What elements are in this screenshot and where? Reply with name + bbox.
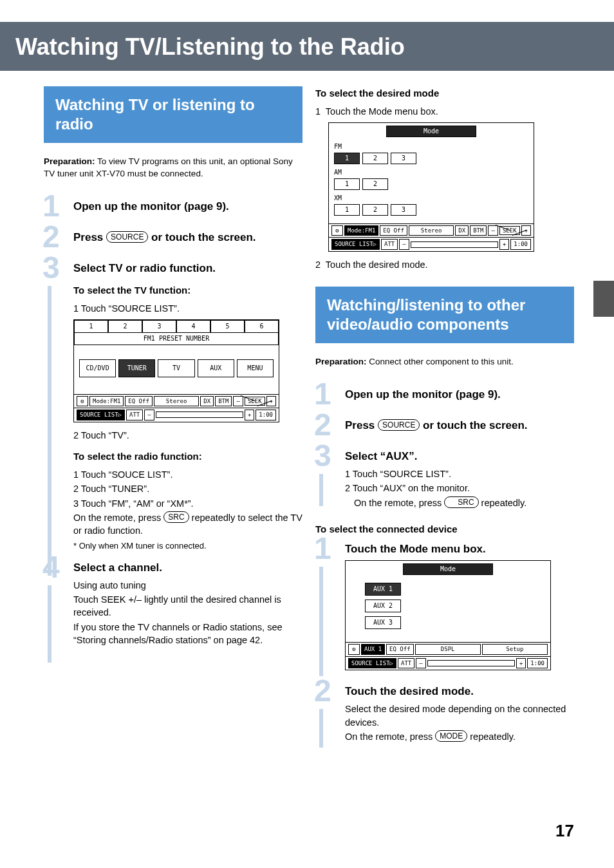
radio-footnote: * Only when XM tuner is connected. xyxy=(73,540,302,552)
att-button[interactable]: ATT xyxy=(126,410,143,420)
aux-step-2: 2 Touch “AUX” on the monitor. xyxy=(345,482,574,495)
clock-2: 1:00 xyxy=(510,239,531,250)
btm-box[interactable]: BTM xyxy=(215,396,232,407)
clock-3: 1:00 xyxy=(527,658,548,669)
att-button-3[interactable]: ATT xyxy=(398,658,414,669)
volume-bar-3[interactable] xyxy=(427,660,515,666)
aux-mode-box[interactable]: AUX 1 xyxy=(361,644,385,655)
xm-label: XM xyxy=(334,194,528,203)
section-title-right: Watching/listening to other video/audio … xyxy=(315,287,574,343)
source-key: SOURCE xyxy=(106,231,148,243)
seek-minus-2[interactable]: – xyxy=(488,225,498,236)
aux-remote-b: repeatedly. xyxy=(479,498,527,508)
mode-menu-screenshot: Mode FM 1 2 3 AM 1 2 xyxy=(328,122,534,252)
volume-bar-2[interactable] xyxy=(411,241,498,248)
am-1[interactable]: 1 xyxy=(334,178,360,190)
preparation-text-r: Connect other component to this unit. xyxy=(367,357,514,366)
fm-3[interactable]: 3 xyxy=(391,153,416,164)
source-tuner[interactable]: TUNER xyxy=(118,359,155,377)
auto-tuning-body: Touch SEEK +/– lightly until the desired… xyxy=(73,593,302,619)
fm-band: FM 1 2 3 xyxy=(334,142,528,164)
step-2-text-b: or touch the screen. xyxy=(148,231,256,243)
side-tab xyxy=(593,281,614,317)
vol-minus-3[interactable]: – xyxy=(416,658,425,669)
step-3-title: Select TV or radio function. xyxy=(73,261,302,276)
source-cddvd[interactable]: CD/DVD xyxy=(79,359,116,377)
fm-2[interactable]: 2 xyxy=(362,153,388,164)
c-step-number-2 xyxy=(315,683,339,709)
preset-4[interactable]: 4 xyxy=(176,320,210,333)
src-key: SRC xyxy=(163,511,189,523)
gear-icon-2[interactable]: ⚙ xyxy=(331,225,343,236)
setup-box[interactable]: Setup xyxy=(482,644,548,655)
xm-1[interactable]: 1 xyxy=(334,204,360,216)
clock: 1:00 xyxy=(256,410,276,420)
mode-box[interactable]: Mode:FM1 xyxy=(89,396,124,407)
am-band: AM 1 2 xyxy=(334,168,528,190)
vol-plus-2[interactable]: + xyxy=(499,239,509,250)
preset-label: FM1 PRESET NUMBER xyxy=(74,333,279,345)
dx-box-2[interactable]: DX xyxy=(455,225,469,236)
step-2-text-a: Press xyxy=(73,231,106,243)
dspl-box[interactable]: DSPL xyxy=(415,644,481,655)
page-number: 17 xyxy=(555,819,574,842)
source-list-button-2[interactable]: SOURCE LIST▷ xyxy=(331,239,380,250)
stereo-box-2[interactable]: Stereo xyxy=(409,225,454,236)
mode-step-2: 2 Touch the desired mode. xyxy=(315,258,574,271)
source-list-button[interactable]: SOURCE LIST▷ xyxy=(77,410,125,420)
c-step-2-remote: On the remote, press MODE repeatedly. xyxy=(345,730,574,743)
r-step-2-text-b: or touch the screen. xyxy=(420,419,527,431)
xm-2[interactable]: 2 xyxy=(362,204,388,216)
mode-step-1: 1 Touch the Mode menu box. xyxy=(315,105,574,118)
vol-minus-2[interactable]: – xyxy=(399,239,409,250)
source-aux[interactable]: AUX xyxy=(198,359,234,377)
volume-bar[interactable] xyxy=(156,411,243,418)
vol-minus[interactable]: – xyxy=(144,410,154,420)
preparation-left: Preparation: To view TV programs on this… xyxy=(44,156,302,180)
mode-heading: To select the desired mode xyxy=(315,86,574,100)
gear-icon[interactable]: ⚙ xyxy=(77,396,88,407)
preset-5[interactable]: 5 xyxy=(210,320,245,333)
vol-plus[interactable]: + xyxy=(245,410,254,420)
aux-3-button[interactable]: AUX 3 xyxy=(365,616,401,629)
fm-1[interactable]: 1 xyxy=(334,153,360,164)
gear-icon-3[interactable]: ⚙ xyxy=(348,644,360,655)
mode-step-2-text: Touch the desired mode. xyxy=(326,259,428,270)
tv-function-heading: To select the TV function: xyxy=(73,283,302,297)
xm-3[interactable]: 3 xyxy=(391,204,416,216)
aux-2-button[interactable]: AUX 2 xyxy=(365,599,401,612)
preparation-right: Preparation: Connect other component to … xyxy=(315,356,574,368)
preset-3[interactable]: 3 xyxy=(142,320,176,333)
preset-2[interactable]: 2 xyxy=(108,320,142,333)
aux-1-button[interactable]: AUX 1 xyxy=(365,583,401,596)
preparation-label: Preparation: xyxy=(44,156,95,166)
aux-remote: On the remote, press SRC repeatedly. xyxy=(345,496,574,509)
c-step-2-remote-b: repeatedly. xyxy=(467,731,516,742)
source-menu[interactable]: MENU xyxy=(237,359,274,377)
mode-box-2[interactable]: Mode:FM1 xyxy=(344,225,378,236)
source-list-button-3[interactable]: SOURCE LIST▷ xyxy=(348,658,396,669)
source-tv[interactable]: TV xyxy=(158,359,194,377)
r-src-key: SRC xyxy=(444,496,478,508)
left-column: Watching TV or listening to radio Prepar… xyxy=(44,86,302,750)
tv-step-2: 2 Touch “TV”. xyxy=(73,429,302,442)
xm-band: XM 1 2 3 xyxy=(334,194,528,216)
eq-box-2[interactable]: EQ Off xyxy=(380,225,407,236)
store-body: If you store the TV channels or Radio st… xyxy=(73,621,302,647)
btm-box-2[interactable]: BTM xyxy=(470,225,487,236)
radio-function-heading: To select the radio function: xyxy=(73,449,302,463)
eq-box-3[interactable]: EQ Off xyxy=(386,644,414,655)
preset-1[interactable]: 1 xyxy=(74,320,108,333)
stereo-box[interactable]: Stereo xyxy=(154,396,199,407)
eq-box[interactable]: EQ Off xyxy=(125,396,153,407)
fm-label: FM xyxy=(334,142,528,151)
c-step-2-body: Select the desired mode depending on the… xyxy=(345,703,574,729)
am-2[interactable]: 2 xyxy=(362,178,388,190)
dx-box[interactable]: DX xyxy=(200,396,214,407)
preset-6[interactable]: 6 xyxy=(245,320,279,333)
att-button-2[interactable]: ATT xyxy=(381,239,398,250)
vol-plus-3[interactable]: + xyxy=(516,658,526,669)
c-step-number-1 xyxy=(315,541,339,567)
source-list-screenshot: 1 2 3 4 5 6 FM1 PRESET NUMBER CD/DVD TUN… xyxy=(73,319,279,422)
seek-minus[interactable]: – xyxy=(233,396,243,407)
